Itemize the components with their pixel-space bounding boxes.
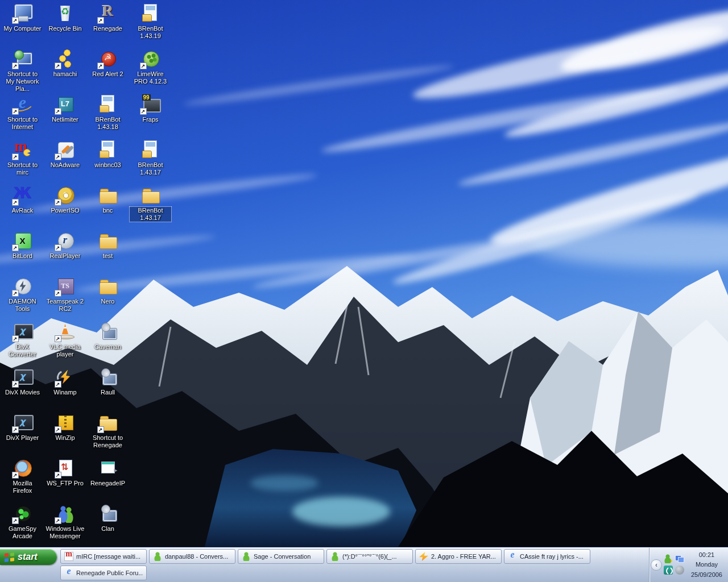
shortcut-arrow-icon [12, 335, 19, 342]
msn-icon [242, 552, 251, 561]
desktop-icon-bitlord[interactable]: BitLord [1, 230, 44, 275]
desktop-icon-poweriso[interactable]: PowerISO [44, 184, 86, 230]
shortcut-arrow-icon [55, 472, 61, 479]
desktop-icon-label: Raull [100, 389, 116, 396]
recycle-icon [55, 2, 76, 24]
desktop-icon-label: test [102, 252, 114, 260]
satcomp-glyph [98, 367, 118, 386]
desktop-icon-label: RenegadeIP [89, 480, 126, 487]
tray-messenger-icon[interactable] [664, 554, 673, 563]
file-glyph [98, 94, 118, 114]
desktop-icon-mozilla-firefox[interactable]: Mozilla Firefox [1, 457, 44, 502]
folder-icon [97, 275, 119, 297]
shortcut-arrow-icon [55, 153, 61, 160]
desktop-icon-divx-converter[interactable]: DivX Converter [1, 321, 44, 366]
task-button-label: Renegade Public Foru... [76, 569, 143, 576]
task-button-label: 2. Aggro - FREE YAR... [431, 553, 496, 560]
renegadeip-glyph [98, 458, 118, 477]
desktop-icon-noadware[interactable]: NoAdware [44, 139, 86, 184]
desktop-icon-divx-movies[interactable]: DivX Movies [1, 366, 44, 411]
winamp-icon [55, 366, 76, 388]
task-button-cassie-ft-ray-j-lyrics[interactable]: CAssie ft ray j lyrics -... [504, 549, 590, 564]
desktop-icon-winamp[interactable]: Winamp [44, 366, 86, 411]
tray-clock[interactable]: 00:21 Monday 25/09/2006 [689, 550, 725, 579]
desktop-icon-brenbot-1-43-19[interactable]: BRenBot 1.43.19 [129, 2, 172, 48]
desktop-icon-shortcut-to-my-network-pla[interactable]: Shortcut to My Network Pla... [1, 48, 44, 93]
desktop-icon-windows-live-messenger[interactable]: Windows Live Messenger [44, 502, 86, 547]
desktop-icon-caveman[interactable]: Caveman [86, 321, 129, 366]
desktop-icon-ws-ftp-pro[interactable]: WS_FTP Pro [44, 457, 86, 502]
shortcut-arrow-icon [12, 17, 19, 24]
desktop-icon-clan[interactable]: Clan [86, 502, 129, 547]
satcomp-glyph [98, 322, 118, 341]
shortcut-arrow-icon [12, 472, 19, 479]
desktop-icon-limewire-pro-4-12-3[interactable]: LimeWire PRO 4.12.3 [129, 48, 172, 93]
desktop-icon-label: DivX Player [5, 434, 40, 442]
desktop-icon-red-alert-2[interactable]: Red Alert 2 [86, 48, 129, 93]
satcomp-icon [97, 321, 119, 342]
tray-misc-icon[interactable] [675, 566, 684, 575]
desktop-icon-brenbot-1-43-17[interactable]: BRenBot 1.43.17 [129, 139, 172, 184]
desktop-icon-divx-player[interactable]: DivX Player [1, 411, 44, 457]
mirc-icon [12, 139, 34, 160]
network-icon [12, 48, 34, 69]
desktop-icon-shortcut-to-renegade[interactable]: Shortcut to Renegade [86, 411, 129, 457]
desktop-icon-realplayer[interactable]: RealPlayer [44, 230, 86, 275]
desktop-icon-recycle-bin[interactable]: Recycle Bin [44, 2, 86, 48]
desktop-icon-teamspeak-2-rc2[interactable]: Teamspeak 2 RC2 [44, 275, 86, 321]
task-button-mirc-message-waiti[interactable]: mIRC [message waiti... [60, 549, 147, 564]
shortcut-arrow-icon [55, 335, 61, 342]
desktop-icon-nero[interactable]: Nero [86, 275, 129, 321]
desktop-icon-label: DivX Movies [4, 389, 41, 396]
gamespy-icon [12, 502, 34, 524]
desktop-icon-winzip[interactable]: WinZip [44, 411, 86, 457]
desktop-icon-brenbot-1-43-18[interactable]: BRenBot 1.43.18 [86, 93, 129, 139]
task-button-renegade-public-foru[interactable]: Renegade Public Foru... [60, 566, 147, 580]
start-button[interactable]: start [0, 549, 57, 565]
desktop-icon-gamespy-arcade[interactable]: GameSpy Arcade [1, 502, 44, 547]
hamachi-icon [55, 48, 76, 69]
windows-flag-icon [5, 552, 14, 562]
folder-glyph [98, 231, 118, 250]
shortcut-arrow-icon [12, 426, 19, 433]
desktop-icon-netlimiter[interactable]: Netlimiter [44, 93, 86, 139]
folder-glyph [141, 185, 160, 205]
task-button-label: Sage - Conversation [254, 553, 311, 560]
desktop-icon-renegadeip[interactable]: RenegadeIP [86, 457, 129, 502]
shortcut-arrow-icon [97, 426, 104, 433]
fraps-icon [140, 93, 162, 115]
desktop-icon-test[interactable]: test [86, 230, 129, 275]
task-button-label: danpaul88 - Convers... [165, 553, 228, 560]
tray-network-icon[interactable] [675, 554, 684, 563]
task-button-sage-conversation[interactable]: Sage - Conversation [238, 549, 324, 564]
desktop-icon-renegade[interactable]: Renegade [86, 2, 129, 48]
desktop-icon-brenbot-1-43-17[interactable]: BRenBot 1.43.17 [129, 184, 172, 230]
desktop-icon-raull[interactable]: Raull [86, 366, 129, 411]
desktop-icon-fraps[interactable]: Fraps [129, 93, 172, 139]
desktop-icon-my-computer[interactable]: My Computer [1, 2, 44, 48]
desktop-icon-avrack[interactable]: AvRack [1, 184, 44, 230]
task-button-2-aggro-free-yar[interactable]: 2. Aggro - FREE YAR... [415, 549, 502, 564]
desktop-icon-label: DAEMON Tools [2, 298, 43, 313]
task-button-danpaul88-convers[interactable]: danpaul88 - Convers... [149, 549, 235, 564]
desktop-icon-vlc-media-player[interactable]: VLC media player [44, 321, 86, 366]
folder-icon [97, 184, 119, 206]
desktop-icon-grid: My ComputerShortcut to My Network Pla...… [1, 2, 172, 547]
desktop-icon-label: Mozilla Firefox [2, 480, 43, 494]
tray-hamachi-icon[interactable] [664, 566, 673, 575]
desktop-icon-daemon-tools[interactable]: DAEMON Tools [1, 275, 44, 321]
desktop-icon-hamachi[interactable]: hamachi [44, 48, 86, 93]
shortcut-arrow-icon [12, 108, 19, 115]
wlm-icon [55, 502, 76, 524]
desktop-icon-shortcut-to-internet[interactable]: Shortcut to Internet [1, 93, 44, 139]
desktop-icon-winbnc03[interactable]: winbnc03 [86, 139, 129, 184]
desktop-icon-bnc[interactable]: bnc [86, 184, 129, 230]
desktop-icon-label: BitLord [11, 252, 34, 260]
desktop-icon-label: GameSpy Arcade [2, 525, 43, 540]
desktop-icon-label: Recycle Bin [47, 25, 82, 32]
tray-collapse-chevron-icon[interactable]: ‹ [651, 559, 662, 571]
file-icon [97, 93, 119, 115]
desktop-icon-shortcut-to-mirc[interactable]: Shortcut to mirc [1, 139, 44, 184]
desktop-icon-label: Shortcut to mirc [2, 161, 43, 176]
task-button-d-6[interactable]: (*):D°¨¨°°"°¨¨°(6)(_... [326, 549, 413, 564]
